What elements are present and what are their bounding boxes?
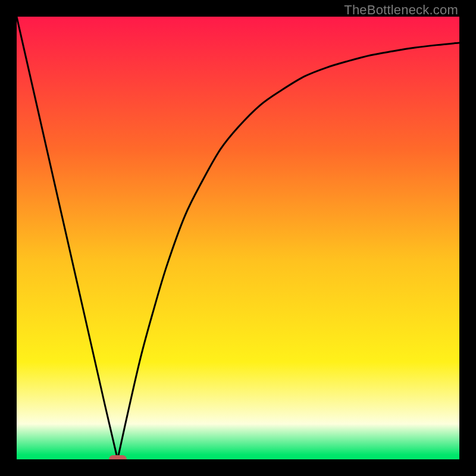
chart-frame: TheBottleneck.com [0,0,476,476]
background-gradient [17,17,459,459]
optimal-marker [109,455,127,459]
plot-area [17,17,459,459]
watermark-text: TheBottleneck.com [344,2,458,18]
svg-rect-0 [17,17,459,459]
